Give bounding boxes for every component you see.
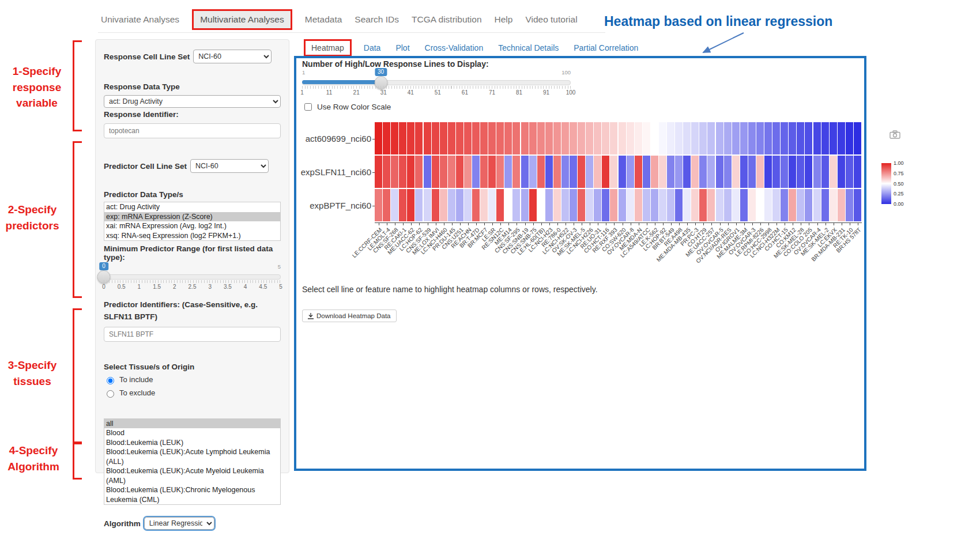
- predictor-data-type-option[interactable]: exp: mRNA Expression (Z-Score): [104, 212, 280, 222]
- tab-partial-correlation[interactable]: Partial Correlation: [566, 39, 646, 56]
- predictor-cell-line-set-label: Predictor Cell Line Set: [104, 162, 187, 171]
- tissue-option[interactable]: Blood:Leukemia (LEUK):Chronic Myelogenou…: [104, 485, 280, 504]
- heatmap-cell: [496, 156, 504, 188]
- col-tick: [809, 223, 809, 225]
- tab-plot[interactable]: Plot: [388, 39, 417, 56]
- heatmap-cell: [594, 189, 601, 221]
- response-cell-line-set-select[interactable]: NCI-60: [193, 50, 272, 63]
- nav-item-help[interactable]: Help: [495, 14, 513, 25]
- heatmap-cell: [424, 122, 431, 154]
- include-radio-input[interactable]: [107, 377, 114, 384]
- tab-data[interactable]: Data: [356, 39, 389, 56]
- heatmap-cell: [667, 156, 674, 188]
- nav-item-tcga-distribution[interactable]: TCGA distribution: [412, 14, 481, 25]
- nav-item-multivariate-analyses[interactable]: Multivariate Analyses: [192, 9, 292, 30]
- heatmap-cell: [440, 122, 447, 154]
- col-tick: [444, 223, 444, 225]
- predictor-data-type-option[interactable]: act: Drug Activity: [104, 202, 280, 212]
- predictor-identifiers-input[interactable]: [104, 327, 281, 342]
- predictor-data-type-option[interactable]: xai: mRNA Expression (Avg. log2 Int.): [104, 221, 280, 231]
- annotation-step-3: 3-Specify tissues: [0, 357, 65, 389]
- response-identifier-input[interactable]: [104, 123, 281, 138]
- slider-tick-label: 71: [489, 89, 495, 96]
- predictor-data-types-label: Predictor Data Type/s: [104, 190, 281, 199]
- heatmap-cell: [545, 122, 553, 154]
- heatmap-cell: [529, 122, 537, 154]
- heatmap-cell: [643, 156, 650, 188]
- slider-track[interactable]: [104, 274, 281, 280]
- heatmap-cell: [667, 122, 674, 154]
- nav-item-metadata[interactable]: Metadata: [305, 14, 342, 25]
- heatmap-cell: [699, 156, 707, 188]
- nav-item-univariate-analyses[interactable]: Univariate Analyses: [101, 14, 179, 25]
- lines-slider[interactable]: 1100301112131415161718191100: [302, 69, 571, 96]
- tissue-option[interactable]: all: [104, 419, 280, 429]
- tissue-listbox: allBloodBlood:Leukemia (LEUK)Blood:Leuke…: [104, 418, 281, 505]
- heatmap-cell: [553, 156, 561, 188]
- heatmap-cell: [440, 189, 447, 221]
- heatmap-cell: [724, 122, 732, 154]
- tab-heatmap[interactable]: Heatmap: [304, 39, 352, 56]
- tissue-include-radio[interactable]: To include: [104, 375, 281, 384]
- heatmap-cell: [740, 122, 748, 154]
- col-tick: [768, 223, 769, 225]
- heatmap-row-label[interactable]: expSLFN11_nci60: [288, 167, 371, 177]
- predictor-data-type-option[interactable]: xsq: RNA-seq Expression (log2 FPKM+1.): [104, 231, 280, 241]
- heatmap-cell: [651, 156, 658, 188]
- slider-tick-label: 2: [173, 284, 176, 290]
- heatmap-cell: [464, 156, 472, 188]
- row-color-scale-checkbox[interactable]: Use Row Color Scale: [302, 101, 391, 112]
- heatmap-cell: [561, 122, 569, 154]
- camera-icon[interactable]: [889, 130, 900, 139]
- heatmap-cell: [797, 156, 804, 188]
- heatmap-cell: [699, 189, 707, 221]
- col-tick: [720, 223, 721, 225]
- heatmap-row-label[interactable]: act609699_nci60: [288, 134, 371, 144]
- col-tick: [500, 223, 501, 225]
- algorithm-select[interactable]: Linear Regression: [144, 517, 214, 530]
- tissue-option[interactable]: Blood:Leukemia (LEUK): [104, 438, 280, 448]
- slider-tick-label: 31: [380, 89, 387, 96]
- heatmap-cell: [529, 189, 537, 221]
- nav-item-search-ids[interactable]: Search IDs: [355, 14, 399, 25]
- exclude-radio-input[interactable]: [107, 390, 114, 398]
- heatmap-cell: [821, 189, 829, 221]
- annotation-title: Heatmap based on linear regression: [604, 14, 832, 29]
- heatmap-cell: [846, 156, 853, 188]
- response-data-type-select[interactable]: act: Drug Activity: [104, 95, 281, 108]
- tissue-option[interactable]: Blood:Leukemia (LEUK):Acute Lymphoid Leu…: [104, 447, 280, 466]
- step4-bracket: [73, 443, 82, 480]
- heatmap-cell: [651, 189, 658, 221]
- slider-max-label: 100: [561, 69, 571, 76]
- heatmap-cell: [635, 189, 642, 221]
- heatmap-cell: [772, 156, 780, 188]
- slider-tick-label: 0: [102, 284, 105, 290]
- heatmap-cell: [480, 156, 488, 188]
- tissue-option[interactable]: Blood:Leukemia (LEUK):Acute Myeloid Leuk…: [104, 466, 280, 485]
- top-nav: Univariate AnalysesMultivariate Analyses…: [101, 9, 578, 30]
- heatmap-cell: [602, 156, 609, 188]
- tissue-exclude-radio[interactable]: To exclude: [104, 388, 281, 398]
- heatmap-cell: [375, 189, 382, 221]
- heatmap-cell: [813, 189, 821, 221]
- slider-tick-label: 51: [435, 89, 441, 96]
- tissue-option[interactable]: Blood: [104, 428, 280, 438]
- heatmap-cell: [424, 189, 431, 221]
- nav-item-video-tutorial[interactable]: Video tutorial: [525, 14, 577, 25]
- download-heatmap-button[interactable]: Download Heatmap Data: [302, 310, 397, 322]
- col-tick: [631, 223, 631, 225]
- heatmap-row-label[interactable]: expBPTF_nci60: [288, 201, 371, 210]
- heatmap-cell: [561, 156, 569, 188]
- heatmap-cell: [707, 189, 715, 221]
- predictor-cell-line-set-select[interactable]: NCI-60: [190, 159, 269, 173]
- heatmap-hint: Select cell line or feature name to high…: [302, 285, 598, 294]
- heatmap-cell: [627, 189, 634, 221]
- col-tick: [614, 223, 615, 225]
- min-predictor-range-slider[interactable]: 05000.511.522.533.544.55: [104, 263, 281, 296]
- tab-technical-details[interactable]: Technical Details: [491, 39, 566, 56]
- heatmap-cell: [561, 189, 569, 221]
- tab-cross-validation[interactable]: Cross-Validation: [417, 39, 491, 56]
- row-color-scale-input[interactable]: [304, 103, 312, 111]
- heatmap-cell: [496, 122, 504, 154]
- heatmap-cell: [830, 122, 837, 154]
